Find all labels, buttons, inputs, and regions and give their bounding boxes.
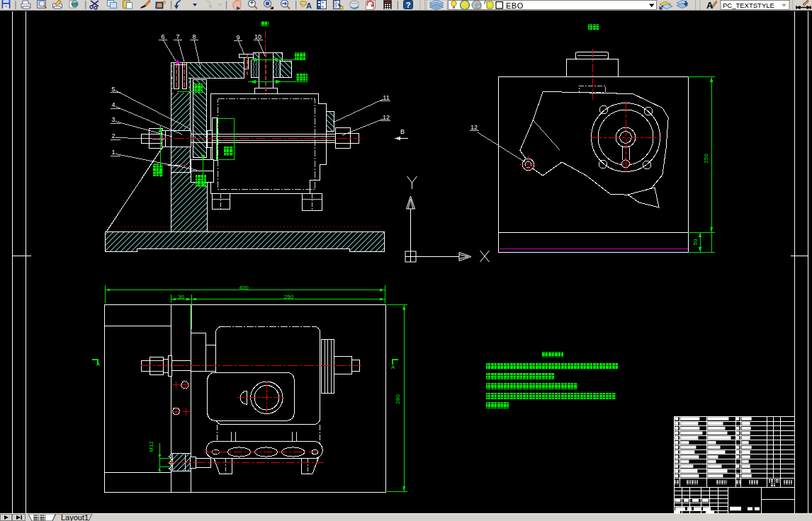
- svg-text:11: 11: [383, 94, 389, 101]
- svg-text:PC_TEXTSTYLE: PC_TEXTSTYLE: [723, 1, 774, 9]
- svg-text:3: 3: [111, 116, 115, 123]
- svg-text:?: ?: [406, 1, 411, 9]
- svg-text:2: 2: [111, 132, 115, 139]
- svg-text:B: B: [400, 128, 405, 135]
- svg-text:A: A: [96, 361, 101, 367]
- svg-text:30: 30: [178, 294, 184, 300]
- svg-text:A: A: [306, 1, 312, 10]
- svg-text:9: 9: [236, 34, 239, 41]
- svg-text:12: 12: [470, 124, 478, 131]
- svg-text:250: 250: [703, 154, 709, 164]
- svg-text:10: 10: [254, 33, 261, 40]
- svg-text:250: 250: [284, 294, 294, 300]
- svg-text:A: A: [391, 364, 395, 370]
- svg-text:50: 50: [692, 239, 699, 245]
- svg-text:280: 280: [395, 394, 401, 404]
- svg-text:400: 400: [239, 285, 249, 291]
- svg-text:6: 6: [161, 33, 164, 40]
- svg-text:1: 1: [111, 149, 115, 156]
- svg-text:7: 7: [176, 33, 179, 40]
- svg-text:M12: M12: [148, 441, 154, 452]
- svg-text:12: 12: [383, 114, 390, 121]
- svg-text:Layout1: Layout1: [61, 513, 89, 521]
- svg-text:EBO: EBO: [506, 1, 524, 10]
- svg-text:5: 5: [111, 86, 115, 93]
- svg-text:4: 4: [111, 101, 115, 108]
- svg-text:8: 8: [192, 33, 196, 40]
